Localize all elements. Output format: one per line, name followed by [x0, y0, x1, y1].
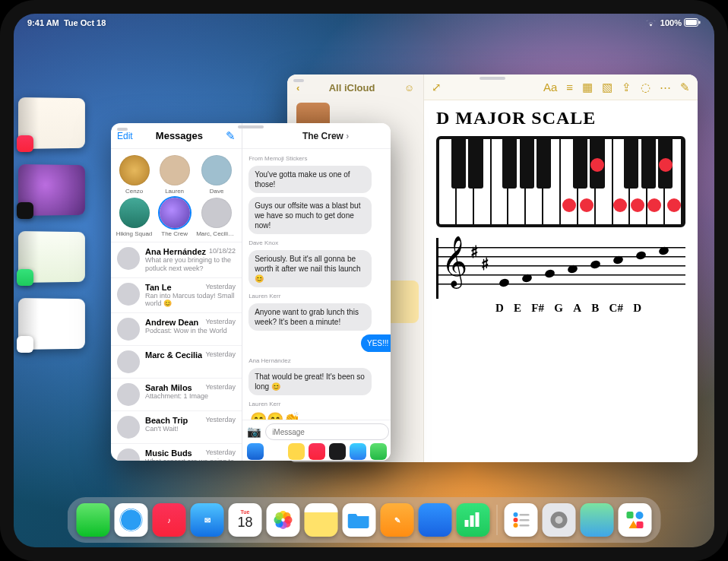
pinned-item-selected[interactable]: The Crew — [156, 198, 193, 237]
digital-touch-icon[interactable] — [329, 443, 346, 460]
conversation-item[interactable]: Beach TripYesterdayCan't Wait! — [111, 410, 242, 443]
pinned-item[interactable]: Hiking Squad — [116, 198, 153, 237]
imessage-app-strip — [242, 443, 391, 461]
dock-music-icon[interactable]: ♪ — [153, 503, 186, 537]
memoji-app-icon[interactable] — [288, 443, 305, 460]
dock-numbers-icon[interactable] — [457, 503, 490, 537]
conversation-item[interactable]: Andrew DeanYesterdayPodcast: Wow in the … — [111, 312, 242, 345]
sent-bubble[interactable]: YES!!! 🚀 — [361, 334, 391, 352]
stage-app-music[interactable] — [18, 97, 94, 149]
svg-rect-16 — [476, 512, 480, 527]
notes-back-icon[interactable]: ‹ — [296, 82, 299, 94]
dock-photos-icon[interactable] — [267, 503, 300, 537]
more-icon[interactable]: ⋯ — [660, 81, 671, 94]
table-icon[interactable]: ▦ — [582, 81, 593, 94]
sender-label: From Memoji Stickers — [248, 155, 391, 162]
svg-rect-22 — [520, 525, 530, 527]
received-bubble[interactable]: Seriously. But it's all gonna be worth i… — [248, 250, 371, 287]
svg-rect-25 — [627, 512, 634, 518]
svg-rect-20 — [520, 519, 530, 521]
dock: ♪ ✉︎ Tue 18 ✎ — [68, 497, 661, 543]
note-title: D MAJOR SCALE — [436, 108, 685, 128]
svg-rect-1 — [685, 20, 697, 25]
pinned-item[interactable]: Lauren — [156, 155, 193, 195]
conversation-item[interactable]: Tan LeYesterdayRan into Marcus today! Sm… — [111, 277, 242, 313]
text-style-button[interactable]: Aa — [543, 81, 557, 94]
stage-manager-strip — [18, 97, 94, 350]
music-staff: 𝄞 ♯ ♯ — [436, 238, 685, 299]
battery-percent: 100% — [660, 18, 682, 27]
messages-window[interactable]: Edit Messages ✎ Cenzo Lauren Dave Hiking… — [111, 123, 391, 461]
thread-input-area: 📷 🎤 — [242, 420, 391, 461]
share-icon[interactable]: ⇪ — [622, 81, 631, 94]
notes-toolbar: ⤢ Aa ≡ ▦ ▧ ⇪ ◌ ⋯ ✎ — [424, 74, 698, 100]
notes-filter-icon[interactable]: ☺ — [404, 82, 414, 94]
dock-maps-icon[interactable] — [581, 503, 614, 537]
window-multitask-icon[interactable] — [117, 128, 128, 131]
safari-icon — [17, 336, 33, 353]
received-bubble[interactable]: That would be great! It's been so long 😊 — [248, 368, 371, 395]
conversation-item[interactable]: Music BudsYesterdayWhat concert are we g… — [111, 443, 242, 461]
svg-point-13 — [276, 512, 283, 520]
received-bubble[interactable]: Guys our offsite was a blast but we have… — [248, 197, 371, 234]
pinned-conversations: Cenzo Lauren Dave Hiking Squad The Crew … — [111, 149, 242, 242]
expand-icon[interactable]: ⤢ — [432, 81, 442, 94]
stage-app-safari[interactable] — [18, 298, 94, 350]
music-icon — [17, 135, 33, 152]
window-handle-icon[interactable] — [238, 125, 264, 128]
pinned-item[interactable]: Dave — [196, 155, 237, 195]
compose-icon[interactable]: ✎ — [226, 129, 236, 143]
music-app-icon[interactable] — [309, 443, 325, 460]
pinned-item[interactable]: Marc, Cecilia &… — [196, 198, 237, 237]
stage-app-numbers[interactable] — [18, 231, 94, 283]
camera-icon[interactable]: 📷 — [247, 425, 261, 439]
window-multitask-icon[interactable] — [293, 79, 304, 82]
message-input[interactable] — [265, 423, 389, 440]
svg-rect-18 — [520, 514, 530, 516]
thread-title[interactable]: The Crew › — [302, 131, 349, 141]
stage-app-tv[interactable] — [18, 164, 94, 216]
lock-icon[interactable]: ◌ — [641, 81, 650, 94]
dock-keynote-icon[interactable] — [419, 503, 452, 537]
status-time: 9:41 AM — [27, 18, 59, 27]
tapback-reactions: 😄😊👏 — [248, 411, 300, 420]
tv-icon — [17, 202, 33, 219]
dock-settings-icon[interactable] — [543, 503, 576, 537]
svg-point-19 — [514, 518, 518, 522]
dock-freeform-icon[interactable] — [619, 503, 652, 537]
app-store-icon[interactable] — [247, 443, 264, 460]
dock-messages-icon[interactable] — [77, 503, 110, 537]
dock-files-icon[interactable] — [343, 503, 376, 537]
compose-icon[interactable]: ✎ — [680, 81, 690, 94]
fitness-app-icon[interactable] — [370, 443, 387, 460]
dock-mail-icon[interactable]: ✉︎ — [191, 503, 224, 537]
photos-app-icon[interactable] — [267, 443, 284, 460]
pinned-item[interactable]: Cenzo — [116, 155, 153, 195]
sender-label: Lauren Kerr — [248, 401, 391, 407]
checklist-icon[interactable]: ≡ — [566, 81, 573, 94]
edit-button[interactable]: Edit — [117, 131, 133, 141]
dock-pages-icon[interactable]: ✎ — [381, 503, 414, 537]
conversation-item[interactable]: Sarah MilosYesterdayAttachment: 1 Image — [111, 378, 242, 410]
received-bubble[interactable]: You've gotta make us one of those! — [248, 166, 371, 193]
dock-calendar-icon[interactable]: Tue 18 — [229, 503, 262, 537]
dock-safari-icon[interactable] — [115, 503, 148, 537]
svg-point-17 — [514, 512, 518, 517]
window-handle-icon[interactable] — [480, 77, 505, 80]
numbers-icon — [17, 269, 33, 286]
camera-icon[interactable]: ▧ — [602, 81, 612, 94]
dock-reminders-icon[interactable] — [505, 503, 538, 537]
conversation-item[interactable]: Ana Hernández10/18/22What are you bringi… — [111, 242, 242, 277]
dock-notes-icon[interactable] — [305, 503, 338, 537]
hashtag-app-icon[interactable] — [350, 443, 366, 460]
treble-clef-icon: 𝄞 — [442, 239, 467, 284]
sender-label: Lauren Kerr — [248, 293, 391, 300]
messages-title: Messages — [156, 130, 203, 141]
received-bubble[interactable]: Anyone want to grab lunch this week? It'… — [248, 303, 371, 331]
wifi-icon — [645, 18, 657, 28]
notes-body[interactable]: D MAJOR SCALE — [424, 100, 698, 462]
conversation-item[interactable]: Marc & CeciliaYesterday — [111, 345, 242, 378]
svg-point-26 — [636, 512, 644, 519]
thread-body[interactable]: From Memoji StickersYou've gotta make us… — [242, 149, 391, 420]
notes-folder-title: All iCloud — [329, 82, 375, 94]
